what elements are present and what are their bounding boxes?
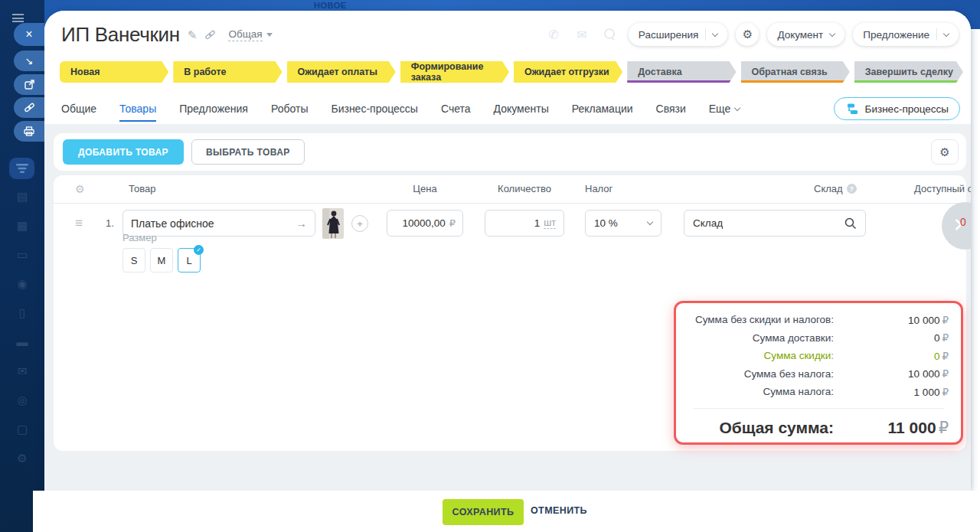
sidebar-item-tasks[interactable]: ▤ (17, 190, 28, 203)
edit-title-icon[interactable]: ✎ (188, 28, 198, 42)
products-tab-content: ДОБАВИТЬ ТОВАР ВЫБРАТЬ ТОВАР ⚙ ⚙ Товар Ц… (44, 124, 971, 491)
settings-button[interactable]: ⚙ (736, 23, 759, 46)
ruble-sign: ₽ (942, 351, 949, 362)
toolbar-settings-button[interactable]: ⚙ (931, 139, 959, 165)
chevron-down-icon (647, 219, 653, 225)
search-icon[interactable] (844, 217, 857, 230)
tab-products[interactable]: Товары (119, 93, 156, 124)
call-button[interactable]: ✆ (544, 28, 564, 42)
currency-symbol: ₽ (449, 217, 456, 229)
copy-link-button[interactable] (14, 97, 44, 118)
sidebar-item-mail[interactable]: ✉ (18, 364, 28, 377)
stage-awaiting-payment[interactable]: Ожидает оплаты (287, 61, 396, 83)
sidebar-item-contact-card[interactable]: ▭ (17, 248, 28, 261)
tab-invoices[interactable]: Счета (441, 93, 471, 124)
tab-general[interactable]: Общие (61, 93, 96, 124)
print-button[interactable] (14, 121, 44, 142)
copy-link-icon[interactable] (204, 30, 216, 40)
add-photo-button[interactable]: + (351, 215, 368, 232)
quantity-field[interactable]: шт (485, 210, 564, 237)
tax-value: 10 % (594, 217, 618, 229)
sidebar-item-calendar[interactable]: ▦ (17, 219, 28, 232)
sidebar-item-drive[interactable]: ▬ (17, 335, 28, 348)
column-available-stock: Доступный остаток (914, 183, 971, 194)
products-table: ⚙ Товар Цена Количество Налог Склад ? До… (54, 175, 966, 451)
sidebar-item-settings[interactable]: ⚙ (17, 452, 27, 465)
product-name-input[interactable] (131, 217, 296, 230)
product-photo[interactable] (322, 208, 344, 239)
sidebar-item-documents[interactable]: ▯ (19, 306, 25, 319)
size-chip-m[interactable]: M (150, 248, 173, 273)
stage-close-deal[interactable]: Завершить сделку (854, 61, 963, 83)
deal-stage-bar: Новая В работе Ожидает оплаты Формирован… (60, 61, 963, 83)
ruble-sign: ₽ (939, 419, 949, 436)
mail-button[interactable]: ✉ (572, 28, 592, 42)
open-new-window-icon (24, 80, 34, 90)
table-header-row: ⚙ Товар Цена Количество Налог Склад ? До… (54, 175, 966, 204)
funnel-icon (16, 164, 28, 173)
price-input[interactable] (395, 217, 446, 229)
warehouse-input[interactable] (693, 217, 844, 229)
column-settings-icon[interactable]: ⚙ (75, 183, 85, 195)
open-product-icon[interactable]: → (296, 217, 307, 230)
tab-offers[interactable]: Предложения (179, 93, 248, 124)
size-chip-l[interactable]: L ✓ (178, 248, 201, 273)
stage-new[interactable]: Новая (60, 61, 168, 83)
summary-total-row: Общая сумма: 11 000₽ (676, 413, 961, 442)
chevron-down-icon (829, 30, 835, 36)
extensions-button[interactable]: Расширения (629, 23, 728, 46)
menu-icon[interactable] (12, 14, 24, 22)
column-price: Цена (387, 183, 463, 194)
document-button[interactable]: Документ (767, 23, 844, 46)
divider (936, 28, 937, 41)
deal-header: ИП Ванечкин ✎ Общая ✆ ✉ (44, 11, 971, 61)
add-product-button[interactable]: ДОБАВИТЬ ТОВАР (63, 139, 184, 165)
save-button[interactable]: СОХРАНИТЬ (443, 499, 524, 525)
sidebar-item-clients[interactable]: ◎ (17, 393, 27, 406)
quantity-input[interactable] (509, 217, 540, 229)
cancel-button[interactable]: ОТМЕНИТЬ (531, 505, 587, 516)
summary-row-before-tax: Сумма без налога: 10 000₽ (676, 365, 961, 383)
tab-documents[interactable]: Документы (494, 93, 549, 124)
total-label: Общая сумма: (719, 419, 834, 437)
stage-delivery[interactable]: Доставка (627, 61, 736, 83)
tab-more[interactable]: Еще (709, 93, 740, 124)
stage-in-progress[interactable]: В работе (173, 61, 282, 83)
warehouse-field[interactable] (684, 210, 866, 237)
tab-business-processes[interactable]: Бизнес-процессы (331, 93, 417, 124)
stage-awaiting-shipment[interactable]: Ожидает отгрузки (514, 61, 622, 83)
tab-claims[interactable]: Рекламации (572, 93, 633, 124)
chat-search-button[interactable] (600, 28, 620, 41)
business-processes-button[interactable]: Бизнес-процессы (834, 97, 960, 120)
price-field[interactable]: ₽ (387, 210, 463, 237)
ruble-sign: ₽ (942, 315, 949, 326)
column-warehouse: Склад ? (814, 183, 857, 194)
collapse-slider-button[interactable]: ↘ (14, 51, 44, 71)
document-label: Документ (777, 29, 823, 41)
row-number: 1. (106, 217, 114, 229)
tab-robots[interactable]: Роботы (271, 93, 308, 124)
tax-select[interactable]: 10 % (585, 210, 662, 237)
size-property: Размер S M L ✓ (122, 232, 201, 273)
sidebar-item-crm[interactable] (9, 158, 34, 179)
help-icon[interactable]: ? (847, 184, 857, 194)
unit-selector[interactable]: шт (544, 217, 556, 229)
sidebar-item-sign[interactable]: ▢ (17, 423, 28, 436)
choose-product-button[interactable]: ВЫБРАТЬ ТОВАР (191, 139, 305, 165)
offer-button[interactable]: Предложение (853, 23, 959, 46)
tab-relations[interactable]: Связи (656, 93, 686, 124)
summary-row-discount: Сумма скидки: 0₽ (676, 347, 961, 365)
chevron-down-icon (734, 104, 740, 110)
deal-tabs: Общие Товары Предложения Роботы Бизнес-п… (61, 92, 960, 126)
size-chip-s[interactable]: S (122, 248, 145, 273)
stage-feedback[interactable]: Обратная связь (741, 61, 850, 83)
drag-handle[interactable]: ≡ (75, 216, 83, 231)
open-new-window-button[interactable] (14, 74, 44, 95)
page-title[interactable]: ИП Ванечкин (61, 23, 180, 47)
close-slider-button[interactable]: × (14, 23, 44, 46)
stage-order-forming[interactable]: Формирование заказа (400, 61, 509, 83)
size-label: Размер (122, 232, 201, 243)
pipeline-selector[interactable]: Общая (228, 28, 272, 41)
close-icon: × (25, 28, 32, 41)
sidebar-item-automation[interactable]: ◉ (17, 277, 27, 290)
